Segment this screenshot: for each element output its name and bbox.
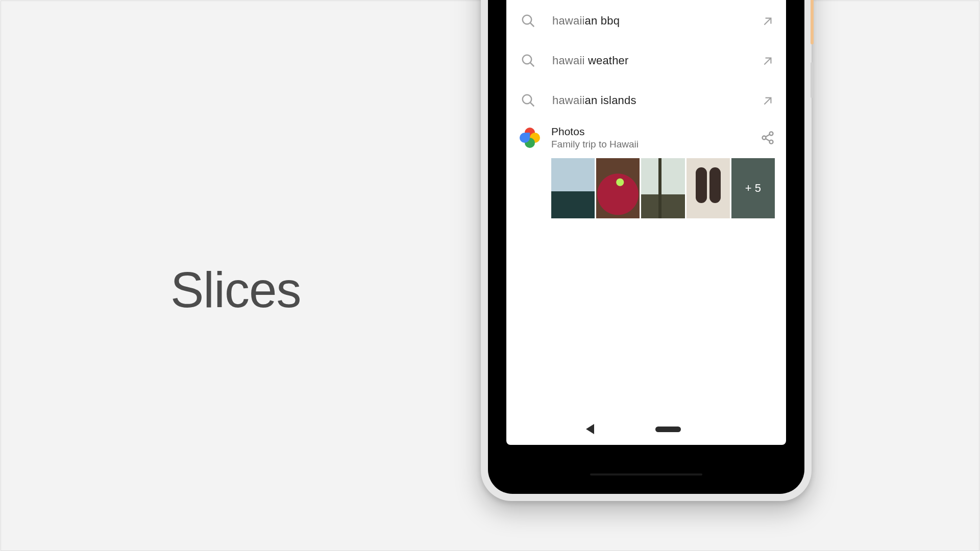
android-navbar bbox=[506, 413, 786, 445]
slice-subtitle: Family trip to Hawaii bbox=[551, 139, 761, 150]
power-button bbox=[811, 0, 814, 44]
slice-header: Photos Family trip to Hawaii bbox=[518, 126, 775, 150]
slice-text: Photos Family trip to Hawaii bbox=[551, 126, 761, 150]
more-count: + 5 bbox=[745, 182, 761, 195]
suggestion-row[interactable]: hawaii weather bbox=[506, 41, 786, 81]
home-pill[interactable] bbox=[655, 427, 681, 432]
suggestion-text: hawaiian islands bbox=[552, 94, 762, 107]
back-button[interactable] bbox=[586, 424, 594, 434]
photo-thumbnail[interactable] bbox=[596, 158, 640, 218]
photo-thumbnail-more[interactable]: + 5 bbox=[731, 158, 775, 218]
insert-arrow-icon[interactable] bbox=[762, 14, 775, 28]
svg-line-5 bbox=[530, 63, 534, 67]
phone-speaker bbox=[590, 473, 702, 475]
insert-arrow-icon[interactable] bbox=[762, 94, 775, 107]
insert-arrow-icon[interactable] bbox=[762, 54, 775, 67]
suggestion-text: hawaii weather bbox=[552, 54, 762, 67]
photo-thumbnail[interactable] bbox=[687, 158, 730, 218]
search-suggestions: hawaiian airlines hawaiian bbq hawaii we… bbox=[506, 0, 786, 120]
slide-title: Slices bbox=[170, 261, 301, 319]
search-icon bbox=[521, 93, 536, 108]
volume-button bbox=[811, 62, 813, 98]
photo-thumbnail[interactable] bbox=[641, 158, 684, 218]
svg-line-3 bbox=[530, 23, 534, 27]
photo-thumbnail[interactable] bbox=[551, 158, 595, 218]
phone-screen: hawaiian airlines hawaiian bbq hawaii we… bbox=[506, 0, 786, 445]
suggestion-row[interactable]: hawaiian bbq bbox=[506, 1, 786, 41]
svg-point-9 bbox=[763, 136, 766, 140]
svg-point-8 bbox=[770, 132, 773, 135]
suggestion-text: hawaiian bbq bbox=[552, 14, 762, 28]
photos-slice[interactable]: Photos Family trip to Hawaii bbox=[506, 120, 786, 218]
suggestion-row[interactable]: hawaiian islands bbox=[506, 81, 786, 120]
svg-point-6 bbox=[523, 95, 532, 104]
svg-line-12 bbox=[766, 139, 770, 141]
share-icon[interactable] bbox=[761, 131, 775, 145]
google-photos-icon bbox=[520, 128, 540, 148]
svg-point-10 bbox=[770, 140, 773, 144]
phone-mock: hawaiian airlines hawaiian bbq hawaii we… bbox=[481, 0, 812, 501]
svg-line-7 bbox=[530, 103, 534, 107]
search-icon bbox=[521, 53, 536, 68]
slice-app-name: Photos bbox=[551, 126, 761, 138]
svg-point-2 bbox=[523, 15, 532, 24]
photo-thumbnails: + 5 bbox=[551, 158, 775, 218]
search-icon bbox=[521, 13, 536, 29]
slide-canvas: Slices hawaiian airlines hawaiian bbq bbox=[1, 1, 979, 551]
svg-point-4 bbox=[523, 55, 532, 64]
svg-line-11 bbox=[766, 135, 770, 137]
phone-frame: hawaiian airlines hawaiian bbq hawaii we… bbox=[488, 0, 804, 494]
